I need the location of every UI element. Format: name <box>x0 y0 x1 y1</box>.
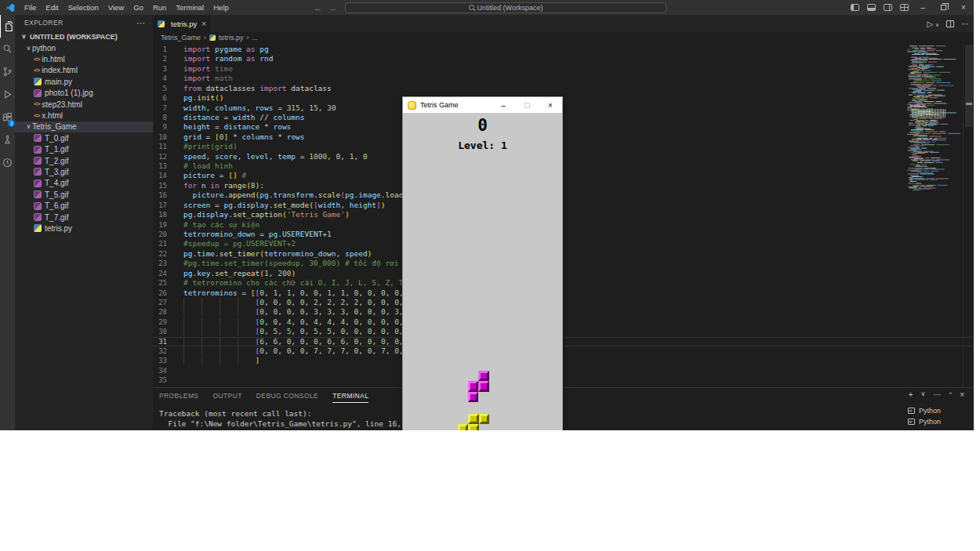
tree-item-in-html[interactable]: <>in.html <box>15 53 153 64</box>
yellow-s-piece-block <box>479 414 489 424</box>
menu-help[interactable]: Help <box>209 0 234 15</box>
game-title-bar[interactable]: Tetris Game – × <box>403 97 562 113</box>
activity-source-control-icon[interactable] <box>0 60 15 83</box>
minimize-button[interactable]: – <box>913 0 933 15</box>
chevron-down-icon: ∨ <box>25 45 32 52</box>
tree-item-python[interactable]: ∨python <box>15 42 153 53</box>
tree-item-t-0-gif[interactable]: T_0.gif <box>15 132 153 143</box>
terminal-dropdown-icon[interactable]: ∨ <box>921 390 926 399</box>
bottom-panel: PROBLEMSOUTPUTDEBUG CONSOLETERMINAL Trac… <box>153 387 974 430</box>
tree-item-t-5-gif[interactable]: T_5.gif <box>15 189 153 200</box>
new-terminal-icon[interactable]: + <box>909 390 913 399</box>
workspace-root[interactable]: ∨ UNTITLED (WORKSPACE) <box>15 31 153 42</box>
tree-item-t-1-gif[interactable]: T_1.gif <box>15 144 153 155</box>
line-number: 28 <box>153 307 167 317</box>
toggle-panel-icon[interactable] <box>867 4 876 11</box>
toggle-sidebar-icon[interactable] <box>851 4 859 11</box>
run-python-button[interactable]: ▷ ∨ <box>927 20 939 28</box>
tree-item-t-2-gif[interactable]: T_2.gif <box>15 155 153 166</box>
terminal-instance[interactable]: Python <box>908 405 971 416</box>
image-file-icon <box>34 157 42 165</box>
breadcrumb-item[interactable]: tetris.py <box>219 34 244 42</box>
activity-testing-icon[interactable] <box>0 129 15 151</box>
game-close-button[interactable]: × <box>539 97 562 113</box>
toggle-secondary-sidebar-icon[interactable] <box>884 4 892 11</box>
close-panel-icon[interactable]: × <box>960 390 964 399</box>
tree-item-t-7-gif[interactable]: T_7.gif <box>15 212 153 223</box>
line-number: 33 <box>153 356 167 365</box>
activity-search-icon[interactable] <box>0 38 15 60</box>
tree-item-label: tetris.py <box>45 224 72 233</box>
tab-close-icon[interactable]: × <box>201 20 206 28</box>
activity-run-debug-icon[interactable] <box>0 83 15 106</box>
menu-terminal[interactable]: Terminal <box>171 0 209 15</box>
activity-custom-extension-icon[interactable] <box>0 151 15 174</box>
code-editor[interactable]: 1import pygame as pg2import random as rn… <box>153 43 974 387</box>
tree-item-label: photo1 (1).jpg <box>45 89 93 97</box>
tree-item-step23-html[interactable]: <>step23.html <box>15 99 153 110</box>
tree-item-label: T_6.gif <box>45 201 69 210</box>
breadcrumb-item[interactable]: Tetris_Game <box>161 34 201 42</box>
line-number: 21 <box>153 239 167 248</box>
menu-run[interactable]: Run <box>148 0 171 15</box>
tree-item-photo1-1-jpg[interactable]: photo1 (1).jpg <box>15 88 153 99</box>
tree-item-tetris-game[interactable]: ∨Tetris_Game <box>15 121 153 132</box>
panel-tab-terminal[interactable]: TERMINAL <box>332 392 368 403</box>
desktop: FileEditSelectionViewGoRunTerminalHelp ←… <box>0 0 980 551</box>
line-number: 2 <box>153 54 167 63</box>
forward-icon[interactable]: → <box>328 3 337 13</box>
line-text: [0, 5, 5, 0, 5, 5, 0, 0, 0, 0, 0, 0, 0, … <box>183 327 439 336</box>
line-text: for n in range(8): <box>183 181 264 190</box>
panel-more-icon[interactable]: ⋯ <box>933 390 941 399</box>
activity-explorer-icon[interactable] <box>0 15 15 38</box>
explorer-more-icon[interactable]: ⋯ <box>136 18 145 28</box>
customize-layout-icon[interactable] <box>900 4 909 11</box>
menu-selection[interactable]: Selection <box>64 0 103 15</box>
activity-extensions-icon[interactable]: 3 <box>0 106 15 129</box>
line-number: 23 <box>153 259 167 268</box>
tree-item-index-html[interactable]: <>index.html <box>15 65 153 76</box>
editor-scrollbar[interactable] <box>963 43 974 387</box>
menu-edit[interactable]: Edit <box>41 0 63 15</box>
tree-item-label: step23.html <box>42 100 82 109</box>
panel-tab-problems[interactable]: PROBLEMS <box>159 392 198 403</box>
panel-tab-debug-console[interactable]: DEBUG CONSOLE <box>256 392 318 403</box>
window-controls: – × <box>847 0 974 15</box>
game-minimize-button[interactable]: – <box>492 97 515 113</box>
menu-go[interactable]: Go <box>129 0 148 15</box>
html-file-icon: <> <box>34 56 39 63</box>
tree-item-t-6-gif[interactable]: T_6.gif <box>15 200 153 211</box>
panel-tab-output[interactable]: OUTPUT <box>212 392 241 403</box>
editor-tab-bar: tetris.py × ▷ ∨ ⋯ <box>153 15 974 32</box>
tree-item-t-4-gif[interactable]: T_4.gif <box>15 178 153 189</box>
tree-item-label: python <box>32 44 56 53</box>
minimap[interactable] <box>906 43 960 200</box>
menu-view[interactable]: View <box>103 0 129 15</box>
close-button[interactable]: × <box>953 0 974 15</box>
breadcrumb-item[interactable]: ... <box>252 34 259 42</box>
breadcrumb[interactable]: Tetris_Game›tetris.py›... <box>153 32 974 43</box>
maximize-panel-icon[interactable]: ^ <box>949 390 952 399</box>
tab-tetris-py[interactable]: tetris.py × <box>153 15 210 32</box>
restore-button[interactable] <box>933 0 953 15</box>
line-text: ] <box>183 356 260 365</box>
tree-item-t-3-gif[interactable]: T_3.gif <box>15 166 153 177</box>
split-editor-icon[interactable] <box>946 20 954 27</box>
line-number: 35 <box>153 375 167 385</box>
tree-item-tetris-py[interactable]: tetris.py <box>15 223 153 234</box>
command-center-search[interactable]: Untitled (Workspace) <box>345 2 666 13</box>
line-number: 32 <box>153 346 167 356</box>
line-number: 15 <box>153 181 167 190</box>
python-file-icon <box>158 20 165 27</box>
editor-more-icon[interactable]: ⋯ <box>961 20 969 28</box>
tree-item-main-py[interactable]: main.py <box>15 76 153 87</box>
scrollbar-slider[interactable] <box>965 45 973 127</box>
line-text: # load hình <box>183 161 233 171</box>
menu-file[interactable]: File <box>20 0 41 15</box>
panel-actions: + ∨ ⋯ ^ × <box>909 390 964 399</box>
python-file-icon <box>209 34 216 41</box>
line-text: import random as rnd <box>183 54 273 63</box>
back-icon[interactable]: ← <box>314 3 322 13</box>
terminal-instance[interactable]: Python <box>908 416 971 427</box>
tree-item-x-html[interactable]: <>x.html <box>15 110 153 121</box>
